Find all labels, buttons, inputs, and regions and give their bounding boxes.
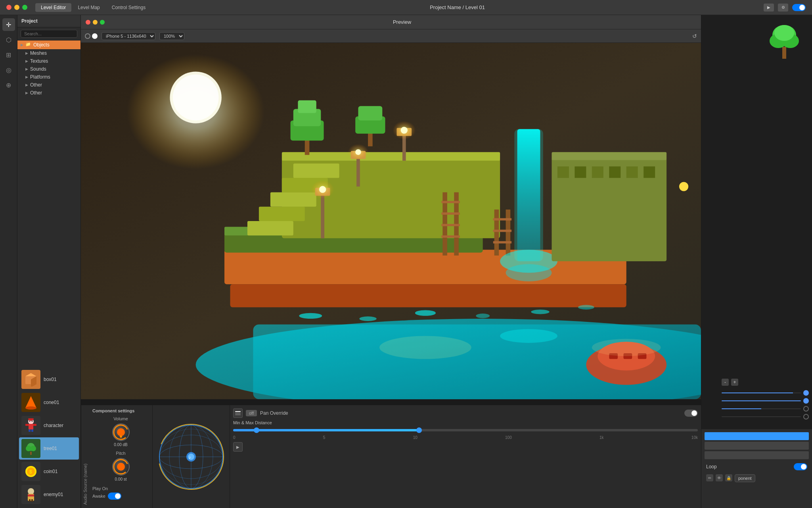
transport-play-button[interactable]: ▶ — [233, 442, 243, 452]
slider-3[interactable] — [722, 408, 801, 409]
tab-level-editor[interactable]: Level Editor — [35, 3, 71, 12]
svg-rect-84 — [552, 152, 666, 160]
svg-rect-90 — [643, 166, 655, 178]
right-panel-top: - + — [701, 15, 812, 429]
bottom-right-panel: off Pan Override Min & Max Distance 0 5 … — [230, 405, 701, 508]
svg-point-98 — [500, 329, 557, 343]
volume-knob[interactable] — [112, 423, 130, 441]
eye-icon[interactable]: 👁 — [716, 474, 723, 481]
title-bar-right: ▶ ⚙ — [764, 4, 806, 12]
svg-point-63 — [578, 305, 594, 310]
tree-item-textures[interactable]: ▶ Textures — [17, 57, 80, 65]
object-item-coin01[interactable]: $ coin01 — [19, 460, 79, 483]
sidebar-icon-3d[interactable]: ⬡ — [2, 33, 15, 46]
object-thumb-box01 — [21, 370, 40, 389]
plus-button[interactable]: + — [731, 379, 738, 386]
sidebar-icon-globe[interactable]: ◎ — [2, 64, 15, 76]
distance-handle-max[interactable] — [416, 427, 422, 433]
slider-4[interactable] — [722, 416, 801, 417]
settings-button[interactable]: ⚙ — [778, 4, 788, 12]
preview-minimize[interactable] — [93, 20, 98, 25]
preview-toolbar: iPhone 5 - 1136x640 100% ↺ — [81, 29, 701, 43]
svg-rect-25 — [31, 499, 33, 502]
maximize-button[interactable] — [22, 5, 27, 10]
gray-bar-2 — [705, 451, 809, 459]
tree-item-sounds[interactable]: ▶ Sounds — [17, 65, 80, 73]
object-item-character[interactable]: character — [19, 414, 79, 437]
svg-rect-50 — [506, 210, 511, 256]
close-button[interactable] — [6, 5, 11, 10]
svg-rect-85 — [557, 166, 569, 178]
pan-override-toggle[interactable] — [684, 410, 698, 417]
svg-marker-3 — [25, 396, 36, 408]
edit-icon[interactable]: ✏ — [706, 474, 713, 481]
svg-text:$: $ — [29, 469, 32, 475]
tree-arrow: ▶ — [25, 59, 30, 63]
minimize-button[interactable] — [14, 5, 19, 10]
radio-1[interactable] — [803, 390, 809, 396]
tree-label-meshes: Meshes — [30, 50, 47, 56]
sidebar-icon-layers[interactable]: ⊕ — [2, 79, 15, 91]
refresh-icon[interactable]: ↺ — [692, 33, 697, 39]
right-panel-bottom: Loop ✏ 👁 🔒 ponent — [701, 429, 812, 508]
distance-handle-min[interactable] — [254, 427, 259, 433]
pan-override-row: off Pan Override — [233, 408, 698, 418]
project-panel: Project ▶ 📁 Objects ▶ Meshes ▶ Textures … — [17, 15, 81, 508]
sidebar-icon-cursor[interactable]: ✛ — [2, 18, 15, 31]
resolution-select[interactable]: iPhone 5 - 1136x640 — [102, 32, 155, 40]
volume-value: 0.00 dB — [114, 443, 127, 447]
preview-maximize[interactable] — [100, 20, 105, 25]
tree-section: ▶ 📁 Objects ▶ Meshes ▶ Textures ▶ Sounds… — [17, 40, 80, 367]
property-sliders: - + — [722, 379, 809, 421]
object-item-tree01[interactable]: tree01 — [19, 437, 79, 460]
radio-light[interactable] — [85, 33, 90, 39]
component-button[interactable]: ponent — [735, 474, 755, 482]
distance-slider[interactable] — [233, 429, 698, 431]
svg-point-58 — [299, 313, 322, 319]
svg-rect-52 — [493, 230, 511, 232]
svg-point-115 — [159, 424, 224, 489]
object-label-enemy01: enemy01 — [44, 492, 63, 497]
play-button[interactable]: ▶ — [764, 4, 774, 12]
slider-1[interactable] — [722, 393, 801, 393]
tree-item-meshes[interactable]: ▶ Meshes — [17, 49, 80, 57]
title-bar-left: Level Editor Level Map Control Settings — [6, 3, 151, 12]
lock-icon[interactable]: 🔒 — [725, 474, 732, 481]
object-label-coin01: coin01 — [44, 469, 57, 474]
object-thumb-enemy01 — [21, 485, 40, 504]
object-item-box01[interactable]: box01 — [19, 368, 79, 391]
toggle-button[interactable] — [792, 4, 806, 11]
icon-row: ✏ 👁 🔒 ponent — [705, 473, 809, 484]
tab-level-map[interactable]: Level Map — [72, 3, 105, 12]
object-item-cone01[interactable]: cone01 — [19, 391, 79, 414]
zoom-select[interactable]: 100% — [159, 32, 184, 40]
svg-rect-82 — [358, 106, 382, 120]
radio-3[interactable] — [803, 406, 809, 412]
tree-item-other-1[interactable]: ▶ Other — [17, 81, 80, 89]
tree-item-objects[interactable]: ▶ 📁 Objects — [17, 40, 80, 49]
pitch-knob[interactable] — [112, 458, 130, 475]
tab-control-settings[interactable]: Control Settings — [106, 3, 151, 12]
svg-point-21 — [28, 488, 34, 495]
awake-toggle[interactable] — [108, 493, 121, 500]
svg-rect-38 — [247, 221, 293, 235]
svg-point-99 — [592, 339, 661, 356]
loop-toggle[interactable] — [794, 463, 807, 470]
stripes-icon[interactable] — [233, 408, 243, 418]
preview-close[interactable] — [86, 20, 90, 25]
tree-item-other-2[interactable]: ▶ Other — [17, 89, 80, 97]
tree-item-platforms[interactable]: ▶ Platforms — [17, 73, 80, 81]
sidebar-icon-grid[interactable]: ⊞ — [2, 48, 15, 61]
slider-2[interactable] — [722, 400, 801, 401]
radio-2[interactable] — [803, 398, 809, 404]
radio-4[interactable] — [803, 414, 809, 419]
svg-rect-53 — [493, 241, 511, 244]
svg-rect-87 — [592, 166, 603, 178]
audio-source-label: Audio Source (name) — [81, 405, 89, 508]
radio-dark[interactable] — [92, 33, 98, 39]
object-item-enemy01[interactable]: enemy01 — [19, 483, 79, 506]
search-input[interactable] — [21, 30, 77, 38]
minus-button[interactable]: - — [722, 379, 729, 386]
svg-rect-49 — [494, 210, 499, 256]
object-label-tree01: tree01 — [44, 446, 57, 451]
